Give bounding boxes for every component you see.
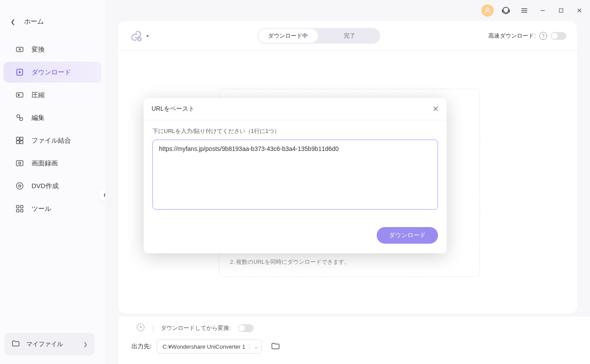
tab-downloading[interactable]: ダウンロード中 [258,29,318,43]
svg-rect-14 [17,206,19,208]
speed-label: 高速ダウンロード: [488,32,536,40]
svg-rect-9 [20,141,23,144]
chevron-down-icon: ⌄ [249,344,258,350]
record-icon [14,159,25,168]
myfile-label: マイファイル [26,340,63,348]
svg-point-12 [17,183,23,189]
menu-icon[interactable] [518,4,530,17]
convert-after-label: ダウンロードしてから変換: [161,324,231,332]
svg-rect-17 [21,210,23,212]
sidebar-item-label: 変換 [32,46,45,54]
sidebar-home[interactable]: ❮ ホーム [0,13,105,30]
sidebar-item-record[interactable]: 画面録画 [4,153,102,174]
sidebar-item-label: 画面録画 [32,159,58,168]
svg-point-18 [486,8,489,10]
merge-icon [14,136,25,145]
sidebar-item-merge[interactable]: ファイル結合 [4,130,102,151]
paste-url-modal: URLをペースト ✕ 下にURLを入力/貼り付けてください（1行に1つ） ダウン… [144,98,447,253]
sidebar: ❮ ホーム 変換 ダウンロード 圧縮 編集 ファイル結合 [0,0,105,364]
chevron-down-icon: ▾ [146,33,149,39]
download-button[interactable]: ダウンロード [377,227,438,244]
sidebar-item-convert[interactable]: 変換 [4,39,102,60]
link-plus-icon [129,28,144,43]
svg-point-13 [19,185,21,187]
svg-rect-8 [17,141,20,144]
svg-point-11 [19,162,21,164]
modal-description: 下にURLを入力/貼り付けてください（1行に1つ） [152,127,438,135]
svg-rect-0 [17,47,23,52]
sidebar-item-dvd[interactable]: DVD作成 [4,175,102,196]
sidebar-item-tools[interactable]: ツール [4,198,102,219]
url-textarea[interactable] [152,140,438,210]
chevron-right-icon: ❯ [83,341,88,347]
folder-icon [11,339,20,349]
maximize-button[interactable] [555,4,567,17]
minimize-button[interactable] [537,4,549,17]
speed-download: 高速ダウンロード: ? [488,32,566,40]
svg-point-1 [19,49,20,50]
help-icon[interactable]: ? [539,32,547,40]
svg-rect-10 [17,161,23,166]
sidebar-item-download[interactable]: ダウンロード [4,62,102,83]
svg-rect-15 [21,206,23,208]
compress-icon [14,91,25,99]
back-icon: ❮ [11,18,15,25]
output-path-text: C:¥Wondershare UniConverter 1 [163,343,249,350]
svg-rect-26 [559,9,563,12]
sidebar-item-label: ツール [32,205,51,213]
avatar[interactable] [481,4,494,17]
support-icon[interactable] [500,4,512,17]
convert-after-toggle[interactable] [238,324,254,332]
dropzone-tip: 2. 複数のURLを同時にダウンロードできます。 [230,258,350,266]
output-path-select[interactable]: C:¥Wondershare UniConverter 1 ⌄ [157,340,262,354]
sidebar-item-label: 編集 [32,114,45,122]
sidebar-item-label: 圧縮 [32,91,45,99]
sidebar-item-edit[interactable]: 編集 [4,107,102,128]
svg-rect-6 [17,137,20,140]
clock-icon[interactable] [136,322,145,333]
sidebar-item-label: ダウンロード [32,68,71,77]
tools-icon [14,204,25,213]
tab-segment: ダウンロード中 完了 [258,28,380,44]
svg-rect-7 [20,137,23,140]
open-folder-button[interactable] [271,341,280,352]
svg-point-4 [17,115,20,118]
footer: | ダウンロードしてから変換: 出力先: C:¥Wondershare UniC… [118,316,590,364]
titlebar [105,0,590,21]
sidebar-item-compress[interactable]: 圧縮 [4,84,102,105]
output-label: 出力先: [131,343,152,350]
content-header: ▾ ダウンロード中 完了 高速ダウンロード: ? [118,21,577,51]
svg-point-5 [20,118,23,121]
add-link-button[interactable]: ▾ [129,28,149,43]
tab-done[interactable]: 完了 [319,28,380,44]
sidebar-myfile[interactable]: マイファイル ❯ [4,333,95,355]
close-button[interactable] [573,4,586,17]
sidebar-home-label: ホーム [24,18,44,26]
speed-toggle[interactable] [551,32,566,40]
modal-title: URLをペースト [152,105,194,113]
sidebar-item-label: DVD作成 [32,182,59,190]
svg-rect-16 [17,210,19,212]
modal-close-button[interactable]: ✕ [432,104,439,114]
sidebar-item-label: ファイル結合 [32,136,71,145]
dvd-icon [14,182,25,190]
download-icon [14,68,25,77]
edit-icon [14,113,25,122]
convert-icon [14,45,25,54]
